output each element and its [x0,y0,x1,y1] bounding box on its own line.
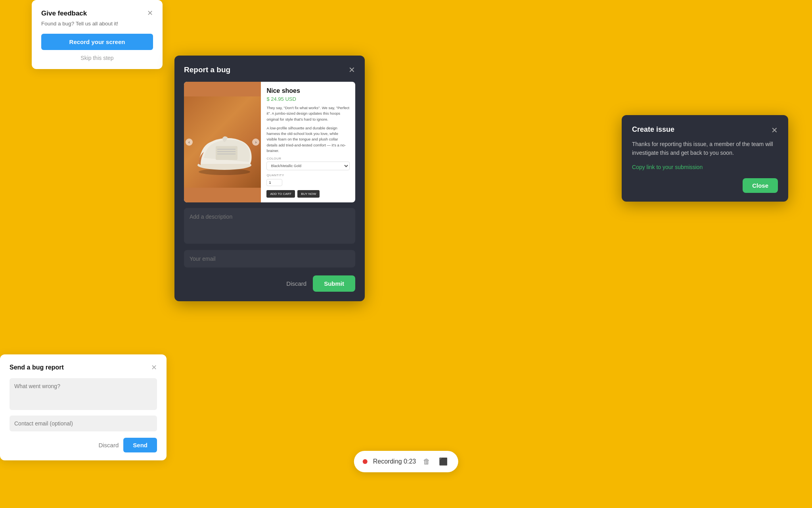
create-issue-header: Create issue ✕ [632,125,778,135]
skip-step-button[interactable]: Skip this step [41,55,153,61]
recording-label: Recording 0:23 [373,458,416,465]
product-name: Nice shoes [266,87,350,94]
product-price: $ 24.95 USD [266,96,350,102]
create-issue-body: Thanks for reporting this issue, a membe… [632,140,778,158]
send-bug-send-button[interactable]: Send [123,438,157,452]
give-feedback-close-button[interactable]: ✕ [147,10,153,17]
product-buttons: ADD TO CART BUY NOW [266,190,350,198]
record-screen-button[interactable]: Record your screen [41,34,153,50]
bug-description-textarea[interactable] [10,378,157,410]
send-bug-header: Send a bug report ✕ [10,363,157,372]
buy-now-button[interactable]: BUY NOW [297,190,320,198]
give-feedback-title: Give feedback [41,10,87,17]
svg-rect-2 [216,146,237,160]
give-feedback-card: Give feedback ✕ Found a bug? Tell us all… [32,0,163,69]
product-prev-button[interactable]: ‹ [186,139,193,146]
add-to-cart-button[interactable]: ADD TO CART [266,190,295,198]
product-colour-select[interactable]: Black/Metallic Gold [266,162,350,170]
product-image-container: ‹ › [184,82,261,202]
send-bug-close-button[interactable]: ✕ [151,363,157,372]
create-issue-close-button[interactable]: ✕ [771,125,778,135]
report-bug-modal: Report a bug ✕ [174,56,365,301]
send-bug-discard-button[interactable]: Discard [98,442,119,448]
product-details: Nice shoes $ 24.95 USD They say, "Don't … [261,82,355,202]
report-bug-modal-title: Report a bug [184,65,230,74]
product-colour-label: COLOUR [266,157,350,160]
send-bug-actions: Discard Send [10,438,157,452]
send-bug-title: Send a bug report [10,364,64,371]
stop-icon: ⬛ [439,458,448,466]
product-preview: ‹ › Nice shoes $ 24.95 USD They say, "Do… [184,82,355,202]
create-issue-card: Create issue ✕ Thanks for reporting this… [622,115,788,202]
shoe-illustration-icon [189,106,256,178]
give-feedback-header: Give feedback ✕ [41,10,153,17]
product-image [184,96,261,188]
report-bug-submit-button[interactable]: Submit [313,275,355,292]
report-bug-modal-close-button[interactable]: ✕ [349,65,355,75]
report-bug-description-textarea[interactable] [184,208,355,244]
give-feedback-subtitle: Found a bug? Tell us all about it! [41,21,153,27]
recording-dot-icon [363,459,368,464]
product-quantity-input[interactable] [266,179,282,186]
product-description-1: They say, "Don't fix what works". We say… [266,105,350,122]
product-description-2: A low-profile silhouette and durable des… [266,125,350,154]
product-next-button[interactable]: › [252,139,259,146]
trash-icon: 🗑 [423,458,430,466]
copy-link-button[interactable]: Copy link to your submission [632,164,778,170]
recording-delete-button[interactable]: 🗑 [421,457,432,467]
create-issue-title: Create issue [632,125,674,134]
product-quantity-label: QUANTITY [266,173,350,177]
recording-bar: Recording 0:23 🗑 ⬛ [354,451,458,472]
report-bug-modal-header: Report a bug ✕ [184,65,355,75]
report-bug-email-input[interactable] [184,250,355,267]
send-bug-report-card: Send a bug report ✕ Discard Send [0,354,167,460]
report-bug-modal-actions: Discard Submit [184,275,355,292]
recording-stop-button[interactable]: ⬛ [437,456,449,467]
report-bug-discard-button[interactable]: Discard [286,280,306,287]
bug-email-input[interactable] [10,416,157,431]
create-issue-close-confirm-button[interactable]: Close [743,178,778,193]
